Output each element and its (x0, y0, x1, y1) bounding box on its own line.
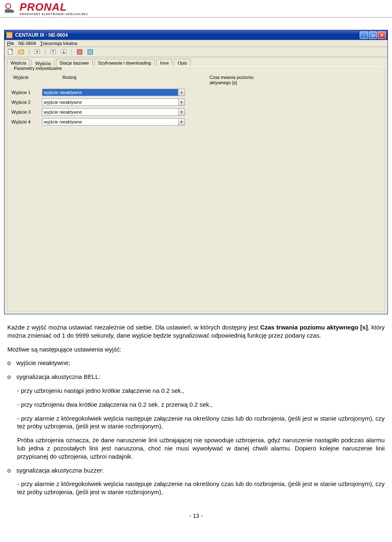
output-row: Wyjście 2wyjście nieaktywne▼ (11, 99, 381, 106)
chevron-down-icon[interactable]: ▼ (178, 89, 185, 96)
svg-point-0 (6, 4, 11, 9)
tab-content: Parametry indywidualne Wyjście Rodzaj Cz… (4, 66, 388, 314)
row-label: Wyjście 2 (11, 100, 42, 105)
document-body: Każde z wyjść można ustawiać niezależnie… (0, 318, 392, 510)
transfer-down-icon[interactable] (49, 48, 57, 56)
toolbar-divider (45, 49, 45, 55)
subitem-2: - przy rozbrojeniu dwa krótkie załączeni… (17, 401, 385, 409)
row-label: Wyjście 1 (11, 90, 42, 95)
list-item-1: o wyjście nieaktywne; (7, 359, 385, 367)
output-row: Wyjście 4wyjście nieaktywne▼ (11, 118, 381, 125)
close-button[interactable]: ✕ (378, 31, 386, 39)
menubar: Plik NE-0604 Transmisja lokalna (4, 40, 388, 47)
subitem-3: - przy alarmie z któregokolwiek wejścia … (17, 414, 385, 431)
chevron-down-icon[interactable]: ▼ (178, 109, 185, 115)
output-type-select[interactable]: wyjście nieaktywne▼ (42, 89, 185, 96)
tab-stacje[interactable]: Stacje bazowe (56, 59, 93, 66)
paragraph-1: Każde z wyjść można ustawiać niezależnie… (7, 323, 385, 340)
download-icon[interactable] (33, 48, 41, 56)
menu-transmisja[interactable]: Transmisja lokalna (40, 41, 77, 46)
bullet-mark: o (7, 466, 16, 475)
select-value: wyjście nieaktywne (44, 90, 178, 95)
new-file-icon[interactable] (7, 48, 14, 56)
bullet-mark: o (7, 373, 16, 381)
open-file-icon[interactable] (18, 48, 25, 56)
toolbar-divider (71, 49, 72, 55)
logo-main: PRONAL (20, 2, 88, 12)
subitem-1: - przy uzbrojeniu nastąpi jedno krótkie … (17, 387, 385, 395)
tab-szyfrowanie[interactable]: Szyfrowanie i downloading (94, 59, 155, 66)
svg-rect-2 (12, 10, 14, 13)
columns-header: Wyjście Rodzaj Czas trwania poziomu akty… (11, 75, 381, 85)
list-item-3: o sygnalizacja akustyczna buzzer: (7, 466, 385, 475)
tabbar: Wejścia Wyjścia Stacje bazowe Szyfrowani… (4, 57, 388, 66)
groupbox-parametry: Parametry indywidualne Wyjście Rodzaj Cz… (7, 66, 385, 311)
titlebar: CENTAUR III - NE-0604 _ ▭ ✕ (4, 30, 388, 40)
logo-text-block: PRONAL PRODUCENT ELEKTRONIKI SPECJALNEJ (20, 2, 88, 16)
col-wyjscie: Wyjście (11, 75, 42, 85)
select-value: wyjście nieaktywne (44, 100, 178, 105)
toolbar (4, 47, 388, 57)
select-value: wyjście nieaktywne (44, 110, 178, 114)
output-type-select[interactable]: wyjście nieaktywne▼ (42, 118, 185, 125)
logo-icon (4, 3, 17, 14)
menu-ne0604[interactable]: NE-0604 (18, 41, 36, 46)
select-value: wyjście nieaktywne (44, 119, 178, 124)
minimize-button[interactable]: _ (360, 31, 368, 39)
output-row: Wyjście 3wyjście nieaktywne▼ (11, 108, 381, 116)
output-type-select[interactable]: wyjście nieaktywne▼ (42, 99, 185, 106)
page-header: PRONAL PRODUCENT ELEKTRONIKI SPECJALNEJ (0, 0, 392, 18)
row-label: Wyjście 3 (11, 110, 42, 114)
col-rodzaj: Rodzaj (62, 75, 128, 85)
list-item-2: o sygnalizacja akustyczna BELL: (7, 373, 385, 381)
col-czas: Czas trwania poziomu aktywnego [s] (209, 75, 267, 85)
logo-sub: PRODUCENT ELEKTRONIKI SPECJALNEJ (20, 13, 88, 16)
toolbar-divider (29, 49, 29, 55)
output-type-select[interactable]: wyjście nieaktywne▼ (42, 108, 185, 116)
row-label: Wyjście 4 (11, 119, 42, 124)
output-row: Wyjście 1wyjście nieaktywne▼ (11, 89, 381, 96)
tab-opis[interactable]: Opis (174, 59, 191, 66)
group-title: Parametry indywidualne (12, 66, 63, 71)
svg-rect-1 (5, 9, 12, 13)
action-b-icon[interactable] (87, 48, 94, 56)
chevron-down-icon[interactable]: ▼ (178, 119, 185, 125)
app-icon (6, 32, 13, 38)
chevron-down-icon[interactable]: ▼ (178, 99, 185, 105)
tab-inne[interactable]: Inne (156, 59, 172, 66)
bullet-mark: o (7, 359, 16, 367)
maximize-button[interactable]: ▭ (369, 31, 377, 39)
page-number: - 13 - (0, 510, 392, 523)
action-a-icon[interactable] (76, 48, 83, 56)
app-window: CENTAUR III - NE-0604 _ ▭ ✕ Plik NE-0604… (4, 30, 388, 314)
svg-rect-7 (77, 49, 82, 54)
paragraph-3: Próba uzbrojenia oznacza, że dane narusz… (17, 436, 385, 460)
window-controls: _ ▭ ✕ (360, 31, 386, 39)
subitem-4: - przy alarmie z któregokolwiek wejścia … (17, 480, 385, 496)
menu-plik[interactable]: Plik (7, 41, 14, 46)
tab-wejscia[interactable]: Wejścia (7, 59, 30, 66)
transfer-up-icon[interactable] (60, 48, 67, 56)
paragraph-2: Możliwe są następujące ustawienia wyjść: (7, 345, 385, 354)
svg-rect-8 (88, 49, 93, 54)
window-title: CENTAUR III - NE-0604 (15, 32, 360, 38)
